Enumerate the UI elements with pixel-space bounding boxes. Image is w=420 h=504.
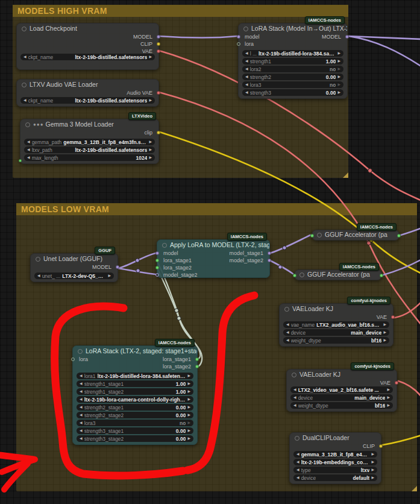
widget-max-length[interactable]: ◀max_length1024▶ bbox=[24, 154, 155, 161]
node-gguf-accelerator-1[interactable]: IAMCCS-nodesGGUF Accelerator (pa bbox=[312, 230, 400, 241]
widget-prev-icon[interactable]: ◀ bbox=[37, 272, 40, 279]
widget-combo[interactable]: ◀gemma_3_12B_it_fp8_e4m3fn.s ...▶ bbox=[293, 451, 377, 458]
widget-next-icon[interactable]: ▶ bbox=[108, 272, 111, 279]
widget-prev-icon[interactable]: ◀ bbox=[293, 386, 296, 393]
widget-prev-icon[interactable]: ◀ bbox=[24, 54, 27, 60]
node-vae-loader-kj-2[interactable]: comfyui-kjnodesVAELoader KJVAE◀LTX2_vide… bbox=[286, 369, 397, 412]
widget-prev-icon[interactable]: ◀ bbox=[24, 97, 27, 104]
widget-next-icon[interactable]: ▶ bbox=[337, 50, 340, 57]
widget-prev-icon[interactable]: ◀ bbox=[286, 329, 289, 336]
output-port-Audio VAE[interactable]: Audio VAE bbox=[127, 89, 158, 96]
widget-next-icon[interactable]: ▶ bbox=[337, 66, 340, 72]
node-title[interactable]: GGUF Accelerator (pa bbox=[312, 230, 399, 240]
widget-prev-icon[interactable]: ◀ bbox=[80, 412, 83, 418]
widget-prev-icon[interactable]: ◀ bbox=[80, 388, 83, 395]
widget-combo[interactable]: ◀ltx-2-19b-embeddings_connec ...▶ bbox=[293, 459, 377, 465]
collapse-dot-icon[interactable] bbox=[292, 373, 296, 377]
widget-device[interactable]: ◀devicedefault▶ bbox=[293, 474, 377, 481]
widget-next-icon[interactable]: ▶ bbox=[149, 139, 152, 145]
edge-input-dot[interactable] bbox=[19, 159, 22, 162]
group-title-high-vram[interactable]: MODELS HIGH VRAM bbox=[13, 5, 348, 17]
widget-prev-icon[interactable]: ◀ bbox=[296, 467, 299, 473]
port-dot-icon[interactable] bbox=[345, 35, 349, 39]
widget-l-[interactable]: ◀l ...ltx-2-19b-distilled-lora-384.safet… bbox=[242, 50, 343, 57]
port-dot-icon[interactable] bbox=[157, 42, 160, 46]
widget-next-icon[interactable]: ▶ bbox=[187, 373, 190, 379]
widget-weight-dtype[interactable]: ◀weight_dtypebf16▶ bbox=[290, 402, 393, 409]
node-unet-loader-gguf[interactable]: GGUFUnet Loader (GGUF)MODEL◀unet_ ...LTX… bbox=[30, 253, 118, 282]
widget-next-icon[interactable]: ▶ bbox=[387, 402, 390, 409]
input-port-model[interactable]: model bbox=[157, 250, 178, 257]
port-dot-icon[interactable] bbox=[157, 49, 160, 53]
port-dot-icon[interactable] bbox=[237, 42, 240, 46]
node-load-checkpoint[interactable]: Load CheckpointMODELCLIPVAE◀ckpt_nameltx… bbox=[16, 23, 159, 70]
widget-prev-icon[interactable]: ◀ bbox=[27, 154, 30, 161]
output-port-MODEL[interactable]: MODEL bbox=[133, 33, 158, 40]
port-dot-icon[interactable] bbox=[268, 251, 271, 255]
port-dot-icon[interactable] bbox=[391, 315, 395, 319]
widget-device[interactable]: ◀devicemain_device▶ bbox=[290, 394, 393, 401]
widget-next-icon[interactable]: ▶ bbox=[149, 97, 152, 104]
widget-prev-icon[interactable]: ◀ bbox=[245, 81, 248, 88]
collapse-dot-icon[interactable] bbox=[295, 436, 299, 441]
node-gemma-3-model-loader[interactable]: LTXVideo●●●Gemma 3 Model Loaderclip◀gemm… bbox=[20, 119, 159, 164]
node-title[interactable]: GGUF Accelerator (pa bbox=[295, 270, 381, 280]
widget-next-icon[interactable]: ▶ bbox=[187, 396, 190, 403]
collapse-dot-icon[interactable] bbox=[243, 27, 248, 31]
widget-next-icon[interactable]: ▶ bbox=[337, 58, 340, 65]
widget-next-icon[interactable]: ▶ bbox=[383, 321, 386, 328]
widget-prev-icon[interactable]: ◀ bbox=[80, 396, 83, 403]
widget-prev-icon[interactable]: ◀ bbox=[245, 66, 248, 72]
input-port-lora[interactable]: lora bbox=[73, 356, 88, 363]
collapsed-output-port[interactable] bbox=[380, 274, 383, 277]
widget-prev-icon[interactable]: ◀ bbox=[296, 459, 299, 465]
input-port-lora[interactable]: lora bbox=[239, 40, 254, 48]
widget-prev-icon[interactable]: ◀ bbox=[293, 394, 296, 401]
widget-prev-icon[interactable]: ◀ bbox=[296, 474, 299, 481]
widget-lora2[interactable]: ◀lora2no▶ bbox=[242, 66, 343, 72]
collapse-dot-icon[interactable] bbox=[284, 307, 289, 312]
node-title[interactable]: DualCLIPLoader bbox=[290, 433, 381, 443]
widget-next-icon[interactable]: ▶ bbox=[383, 337, 386, 344]
widget-next-icon[interactable]: ▶ bbox=[371, 467, 374, 473]
widget-lora1[interactable]: ◀lora1ltx-2-19b-distilled-lora-384.safet… bbox=[77, 373, 193, 379]
collapse-dot-icon[interactable] bbox=[36, 257, 40, 262]
group-title-low-vram[interactable]: MODELS LOW VRAM bbox=[16, 203, 417, 215]
port-dot-icon[interactable] bbox=[157, 91, 160, 95]
widget-lora3[interactable]: ◀lora3no▶ bbox=[242, 81, 343, 88]
widget-prev-icon[interactable]: ◀ bbox=[80, 435, 83, 442]
node-vae-loader-kj-1[interactable]: comfyui-kjnodesVAELoader KJVAE◀vae_nameL… bbox=[279, 303, 393, 347]
output-port-CLIP[interactable]: CLIP bbox=[140, 40, 158, 48]
input-port-model[interactable]: model bbox=[239, 33, 260, 40]
node-gguf-accelerator-2[interactable]: IAMCCS-nodesGGUF Accelerator (pa bbox=[294, 269, 382, 280]
port-dot-icon[interactable] bbox=[157, 35, 160, 39]
widget-next-icon[interactable]: ▶ bbox=[149, 146, 152, 153]
widget-prev-icon[interactable]: ◀ bbox=[245, 58, 248, 65]
node-title[interactable]: ●●●Gemma 3 Model Loader bbox=[20, 119, 158, 129]
widget-next-icon[interactable]: ▶ bbox=[371, 474, 374, 481]
widget-next-icon[interactable]: ▶ bbox=[337, 81, 340, 88]
widget-prev-icon[interactable]: ◀ bbox=[293, 402, 296, 409]
node-dual-clip-loader[interactable]: DualCLIPLoaderCLIP◀gemma_3_12B_it_fp8_e4… bbox=[289, 432, 381, 484]
port-dot-icon[interactable] bbox=[157, 131, 160, 134]
widget-strength2-stage1[interactable]: ◀strength2_stage10.00▶ bbox=[77, 404, 193, 411]
widget-strength1-stage2[interactable]: ◀strength1_stage21.00▶ bbox=[77, 388, 193, 395]
port-dot-icon[interactable] bbox=[155, 259, 159, 262]
widget-next-icon[interactable]: ▶ bbox=[187, 420, 190, 426]
widget-strength1-stage1[interactable]: ◀strength1_stage11.00▶ bbox=[77, 380, 193, 387]
output-port-lora_stage2[interactable]: lora_stage2 bbox=[163, 363, 197, 370]
node-title[interactable]: LoRA Stack (Model In→Out) LTX-2 bbox=[239, 24, 347, 33]
collapsed-input-port[interactable] bbox=[310, 234, 314, 238]
widget-ltxv-path[interactable]: ◀ltxv_pathltx-2-19b-distilled.safetensor… bbox=[24, 146, 155, 153]
collapse-dot-icon[interactable] bbox=[78, 349, 83, 354]
widget-prev-icon[interactable]: ◀ bbox=[80, 420, 83, 426]
node-title[interactable]: Apply LoRA to MODEL (LTX-2, staged) (... bbox=[157, 240, 269, 250]
port-dot-icon[interactable] bbox=[71, 358, 75, 361]
node-apply-lora-to-model[interactable]: IAMCCS-nodesApply LoRA to MODEL (LTX-2, … bbox=[157, 239, 270, 278]
widget-prev-icon[interactable]: ◀ bbox=[245, 50, 248, 57]
widget-next-icon[interactable]: ▶ bbox=[187, 380, 190, 387]
node-title[interactable]: VAELoader KJ bbox=[280, 304, 393, 313]
widget-next-icon[interactable]: ▶ bbox=[387, 386, 390, 393]
widget-prev-icon[interactable]: ◀ bbox=[27, 139, 30, 145]
collapse-dot-icon[interactable] bbox=[25, 122, 30, 127]
